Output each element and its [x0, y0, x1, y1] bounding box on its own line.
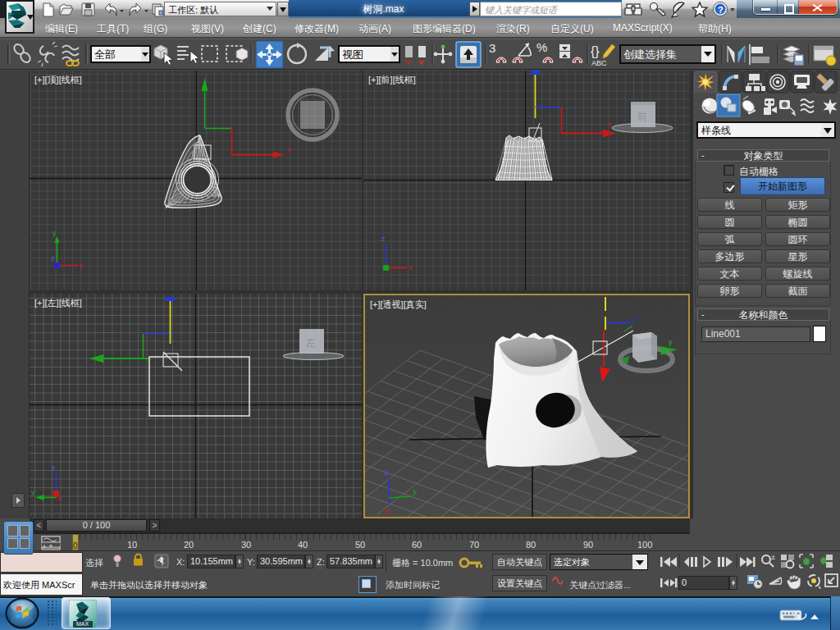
- svg-text:y: y: [52, 229, 57, 237]
- svg-text:z: z: [51, 254, 55, 262]
- svg-text:ABC: ABC: [591, 59, 607, 67]
- svg-text:3: 3: [489, 41, 495, 55]
- svg-text:±: ±: [771, 553, 775, 561]
- svg-text:创建选择集: 创建选择集: [623, 48, 677, 61]
- svg-text:z: z: [381, 235, 386, 243]
- svg-text:?: ?: [718, 5, 724, 15]
- svg-text:视图: 视图: [342, 48, 363, 61]
- svg-text:{}: {}: [591, 44, 600, 58]
- svg-text:x: x: [385, 506, 389, 515]
- svg-text:z: z: [52, 464, 56, 472]
- svg-text:x: x: [409, 264, 413, 272]
- svg-text:x: x: [57, 495, 62, 503]
- svg-text:y: y: [669, 338, 673, 346]
- svg-text:前: 前: [637, 111, 647, 122]
- svg-text:y: y: [413, 487, 417, 496]
- svg-text:x: x: [287, 145, 291, 153]
- svg-text:x: x: [79, 262, 83, 270]
- svg-text:左: 左: [305, 337, 316, 349]
- svg-text:y: y: [31, 488, 35, 496]
- svg-text:x: x: [607, 120, 611, 128]
- svg-text:MAX: MAX: [76, 621, 89, 627]
- svg-text:z: z: [385, 468, 389, 477]
- svg-text:%: %: [536, 40, 547, 54]
- svg-text:全部: 全部: [94, 48, 116, 61]
